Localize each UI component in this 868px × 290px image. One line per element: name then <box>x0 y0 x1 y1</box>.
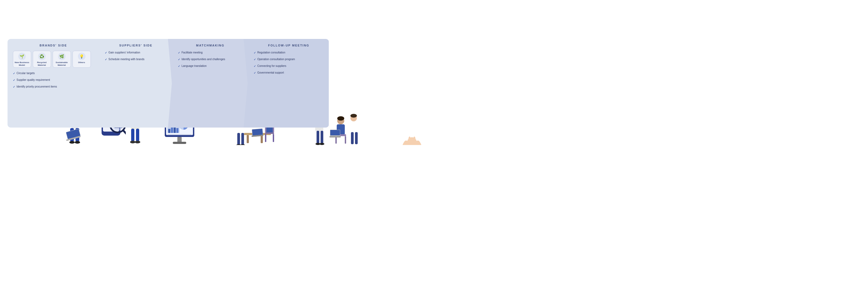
svg-point-80 <box>319 143 324 145</box>
svg-rect-69 <box>265 132 274 134</box>
brands-section: BRANDS' SIDE 🌱 New Business Model ♻️ Rec… <box>7 39 99 128</box>
svg-rect-55 <box>251 128 263 137</box>
followup-bullet-3: Connecting for suppliers <box>254 64 324 68</box>
svg-rect-61 <box>237 133 240 145</box>
svg-rect-51 <box>173 142 186 144</box>
cat-new-business: 🌱 New Business Model <box>13 51 31 68</box>
svg-rect-7 <box>75 128 79 141</box>
new-business-icon: 🌱 <box>18 53 26 60</box>
matchmaking-bullet-2: Identify opportunities and challenges <box>178 58 243 62</box>
svg-point-63 <box>236 144 241 145</box>
category-icons: 🌱 New Business Model ♻️ Recycled Materia… <box>13 51 94 68</box>
suppliers-bullets: Gain suppliers' information Schedule mee… <box>105 51 167 64</box>
svg-point-8 <box>69 141 75 144</box>
brands-title: BRANDS' SIDE <box>13 44 94 47</box>
figure-hands <box>400 133 424 145</box>
svg-rect-44 <box>171 127 173 133</box>
followup-section: FOLLOW-UP MEETING Regulation consultatio… <box>243 39 329 128</box>
svg-rect-46 <box>176 128 179 133</box>
suppliers-bullet-2: Schedule meeting with brands <box>105 58 167 62</box>
svg-rect-77 <box>316 131 319 144</box>
svg-rect-50 <box>177 137 182 142</box>
svg-point-79 <box>315 143 320 145</box>
svg-rect-88 <box>330 130 340 136</box>
panels-row: BRANDS' SIDE 🌱 New Business Model ♻️ Rec… <box>7 39 329 122</box>
brands-bullet-2: Supplier quality requirement <box>13 78 94 82</box>
cat-sustainable: 🌿 Sustainable Material <box>53 51 71 68</box>
svg-rect-78 <box>320 131 323 144</box>
svg-rect-90 <box>330 136 341 137</box>
svg-rect-86 <box>335 136 337 144</box>
others-icon: 💡 <box>78 53 86 60</box>
svg-point-82 <box>337 117 344 124</box>
svg-rect-70 <box>265 134 266 142</box>
svg-rect-10 <box>66 129 81 140</box>
svg-rect-48 <box>167 134 192 135</box>
svg-rect-53 <box>247 135 249 143</box>
suppliers-section: SUPPLIERS' SIDE Gain suppliers' informat… <box>94 39 172 128</box>
matchmaking-title: MATCHMAKING <box>178 44 243 47</box>
others-label: Others <box>78 61 85 64</box>
followup-title: FOLLOW-UP MEETING <box>254 44 324 47</box>
svg-rect-12 <box>66 136 80 141</box>
svg-line-27 <box>123 130 126 136</box>
suppliers-title: SUPPLIERS' SIDE <box>105 44 167 47</box>
brands-bullet-1: Circular targets <box>13 71 94 75</box>
svg-rect-71 <box>273 134 274 142</box>
svg-point-91 <box>350 115 357 121</box>
svg-rect-56 <box>252 129 263 135</box>
svg-point-38 <box>130 141 135 143</box>
svg-rect-85 <box>335 134 346 136</box>
svg-rect-94 <box>351 132 354 144</box>
matchmaking-bullet-1: Facilitate meeting <box>178 51 243 55</box>
svg-rect-57 <box>251 134 263 137</box>
svg-rect-52 <box>244 133 271 135</box>
svg-point-64 <box>240 144 245 145</box>
followup-bullet-4: Governmental support <box>254 71 324 75</box>
sustainable-label: Sustainable Material <box>54 61 70 66</box>
svg-rect-6 <box>70 128 74 141</box>
svg-rect-11 <box>66 129 80 139</box>
followup-bullet-1: Regulation consultation <box>254 51 324 55</box>
svg-point-9 <box>75 141 80 144</box>
new-business-label: New Business Model <box>14 61 30 66</box>
svg-rect-89 <box>330 130 340 135</box>
svg-rect-37 <box>136 129 139 141</box>
svg-rect-93 <box>350 121 358 133</box>
brands-bullet-3: Identify priority procurement items <box>13 85 94 89</box>
svg-rect-95 <box>355 132 358 144</box>
recycled-label: Recycled Material <box>34 61 50 66</box>
matchmaking-bullet-3: Language translation <box>178 64 243 68</box>
svg-point-39 <box>135 141 140 143</box>
brands-bullets: Circular targets Supplier quality requir… <box>13 71 94 92</box>
suppliers-bullet-1: Gain suppliers' information <box>105 51 167 55</box>
svg-rect-84 <box>337 124 345 135</box>
svg-rect-36 <box>131 129 134 141</box>
svg-rect-54 <box>261 135 263 143</box>
sustainable-icon: 🌿 <box>58 53 66 60</box>
svg-rect-87 <box>345 136 346 144</box>
recycled-icon: ♻️ <box>38 53 46 60</box>
main-container: BRANDS' SIDE 🌱 New Business Model ♻️ Rec… <box>7 11 427 134</box>
matchmaking-bullets: Facilitate meeting Identify opportunitie… <box>178 51 243 71</box>
outer-wrapper: BRANDS' SIDE 🌱 New Business Model ♻️ Rec… <box>7 23 329 122</box>
svg-point-83 <box>337 116 344 121</box>
followup-bullet-2: Operation consultation program <box>254 58 324 62</box>
svg-rect-62 <box>241 133 244 145</box>
matchmaking-section: MATCHMAKING Facilitate meeting Identify … <box>167 39 248 128</box>
cat-others: 💡 Others <box>72 51 91 68</box>
cat-recycled: ♻️ Recycled Material <box>33 51 51 68</box>
svg-rect-43 <box>168 129 170 133</box>
followup-bullets: Regulation consultation Operation consul… <box>254 51 324 77</box>
svg-point-92 <box>350 114 357 118</box>
